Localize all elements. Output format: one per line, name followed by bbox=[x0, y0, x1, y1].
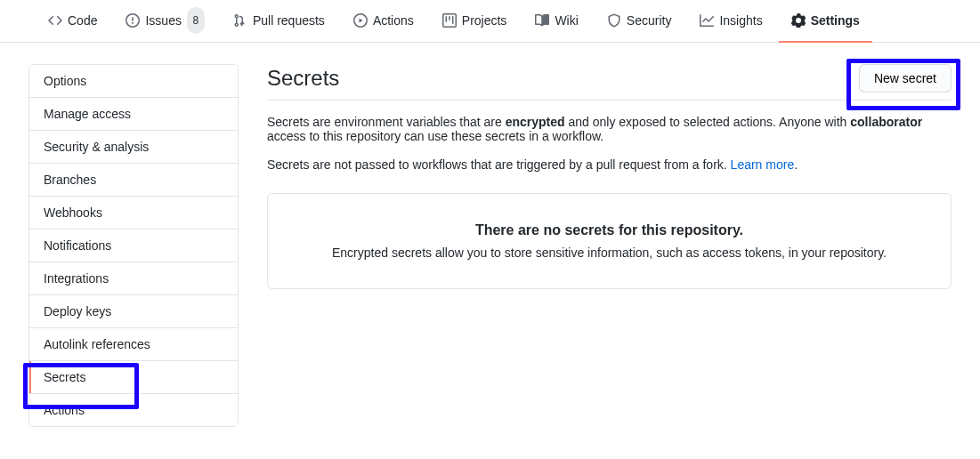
sidebar-item-label: Webhooks bbox=[44, 205, 102, 220]
sidebar-item-label: Notifications bbox=[44, 238, 111, 253]
book-icon bbox=[535, 13, 549, 28]
blank-state: There are no secrets for this repository… bbox=[267, 193, 952, 289]
tab-label: Insights bbox=[719, 7, 762, 34]
sidebar-item-label: Secrets bbox=[44, 370, 85, 384]
description-2: Secrets are not passed to workflows that… bbox=[267, 157, 952, 172]
tab-security[interactable]: Security bbox=[595, 0, 684, 43]
blank-state-title: There are no secrets for this repository… bbox=[296, 222, 922, 238]
sidebar-item-actions[interactable]: Actions bbox=[29, 394, 238, 426]
tab-label: Actions bbox=[373, 7, 414, 34]
learn-more-link[interactable]: Learn more bbox=[731, 157, 795, 172]
project-icon bbox=[442, 13, 457, 28]
shield-icon bbox=[607, 13, 621, 28]
sidebar-item-manage-access[interactable]: Manage access bbox=[29, 98, 238, 131]
sidebar-item-label: Options bbox=[44, 74, 86, 88]
code-icon bbox=[48, 13, 62, 28]
sidebar-item-deploy-keys[interactable]: Deploy keys bbox=[29, 295, 238, 328]
issue-icon bbox=[126, 13, 140, 28]
issues-count: 8 bbox=[187, 7, 205, 34]
tab-label: Issues bbox=[145, 7, 181, 34]
graph-icon bbox=[700, 13, 714, 28]
sidebar-item-branches[interactable]: Branches bbox=[29, 164, 238, 197]
tab-code[interactable]: Code bbox=[36, 0, 109, 43]
tab-label: Settings bbox=[811, 7, 860, 34]
settings-sidebar: Options Manage access Security & analysi… bbox=[28, 64, 239, 427]
tab-label: Code bbox=[68, 7, 97, 34]
tab-actions[interactable]: Actions bbox=[341, 0, 426, 43]
gear-icon bbox=[791, 13, 806, 28]
sidebar-item-label: Security & analysis bbox=[44, 140, 149, 154]
tab-settings[interactable]: Settings bbox=[779, 0, 872, 43]
tab-label: Wiki bbox=[555, 7, 578, 34]
sidebar-item-label: Branches bbox=[44, 173, 96, 187]
sidebar-item-label: Manage access bbox=[44, 107, 131, 121]
tab-label: Pull requests bbox=[253, 7, 325, 34]
sidebar-item-autolink-references[interactable]: Autolink references bbox=[29, 328, 238, 361]
sidebar-item-label: Actions bbox=[44, 403, 85, 417]
tab-issues[interactable]: Issues 8 bbox=[113, 0, 216, 43]
repo-nav: Code Issues 8 Pull requests Actions Proj… bbox=[0, 0, 980, 43]
sidebar-item-options[interactable]: Options bbox=[29, 65, 238, 98]
sidebar-item-label: Integrations bbox=[44, 271, 109, 286]
new-secret-button[interactable]: New secret bbox=[859, 64, 952, 93]
sidebar-item-label: Autolink references bbox=[44, 337, 150, 351]
sidebar-item-security-analysis[interactable]: Security & analysis bbox=[29, 131, 238, 164]
tab-pulls[interactable]: Pull requests bbox=[221, 0, 337, 43]
git-pull-request-icon bbox=[233, 13, 247, 28]
description-1: Secrets are environment variables that a… bbox=[267, 115, 952, 143]
tab-insights[interactable]: Insights bbox=[687, 0, 774, 43]
tab-label: Security bbox=[627, 7, 672, 34]
sidebar-item-notifications[interactable]: Notifications bbox=[29, 230, 238, 262]
sidebar-item-integrations[interactable]: Integrations bbox=[29, 262, 238, 295]
main-content: Secrets New secret Secrets are environme… bbox=[267, 64, 952, 427]
play-icon bbox=[353, 13, 368, 28]
sidebar-item-webhooks[interactable]: Webhooks bbox=[29, 197, 238, 230]
sidebar-item-label: Deploy keys bbox=[44, 304, 111, 318]
blank-state-desc: Encrypted secrets allow you to store sen… bbox=[296, 246, 922, 260]
tab-label: Projects bbox=[462, 7, 507, 34]
page-title: Secrets bbox=[267, 66, 339, 91]
sidebar-item-secrets[interactable]: Secrets bbox=[29, 361, 238, 394]
tab-projects[interactable]: Projects bbox=[430, 0, 520, 43]
tab-wiki[interactable]: Wiki bbox=[522, 0, 590, 43]
